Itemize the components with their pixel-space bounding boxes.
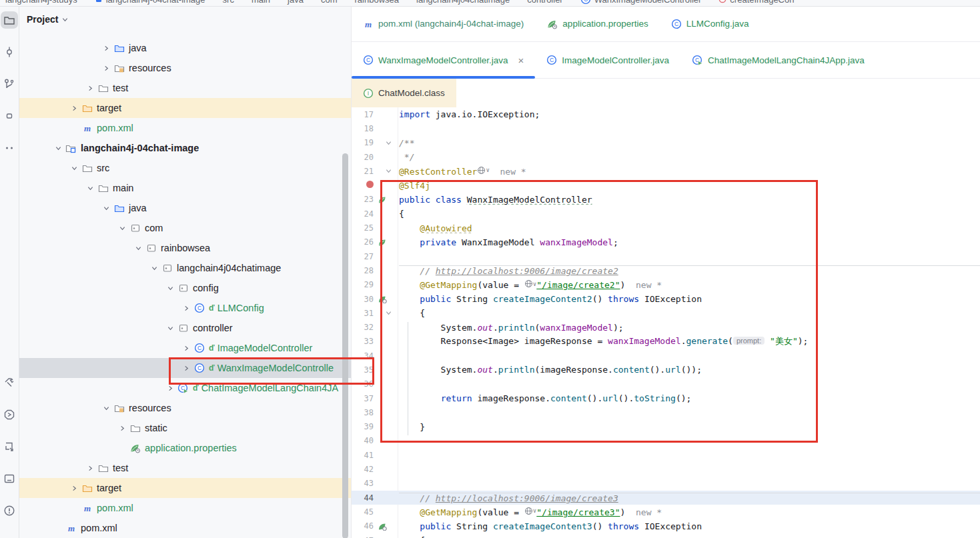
tree-item-llmconfig[interactable]: CďLLMConfig [19,298,351,318]
chevron-right-icon[interactable] [179,305,193,311]
tab-pom-xml-langchain4j-04chat-image-[interactable]: mpom.xml (langchain4j-04chat-image) [352,6,535,41]
breadcrumb-item[interactable]: controller [527,0,562,5]
chevron-down-icon[interactable] [115,225,129,231]
tree-item-rainbowsea[interactable]: rainbowsea [19,238,351,258]
tab-imagemodelcontroller-java[interactable]: CImageModelController.java [535,42,680,78]
terminal-icon[interactable] [1,470,18,487]
code-line-20[interactable]: 20 */ [352,150,980,164]
chevron-right-icon[interactable] [115,425,129,431]
gutter[interactable] [374,522,399,531]
line-number: 29 [352,280,374,289]
pull-requests-icon[interactable] [1,75,18,93]
tree-item-controller[interactable]: controller [19,318,351,338]
chevron-down-icon[interactable] [163,325,177,331]
chevron-right-icon[interactable] [67,105,81,111]
tree-item-label: rainbowsea [161,243,210,253]
gutter[interactable] [374,140,399,146]
tab-chatimagemodellangchain4japp-java[interactable]: CChatImageModelLangChain4JApp.java [680,42,876,78]
code-line-43[interactable]: 43 [352,477,980,491]
url-globe-icon[interactable]: ∨ [524,507,536,515]
tree-item-com[interactable]: com [19,218,351,238]
tree-item-target[interactable]: target [19,98,351,118]
chevron-down-icon[interactable] [51,145,65,151]
breadcrumb-item[interactable]: langchain4j-04chat-image [95,0,205,5]
chevron-right-icon[interactable] [67,485,81,491]
more-icon[interactable] [1,139,18,157]
breadcrumb-item[interactable]: main [252,0,270,5]
tree-item-pom-xml[interactable]: mpom.xml [19,118,351,138]
tab-application-properties[interactable]: application.properties [535,6,659,41]
chevron-right-icon[interactable] [99,45,113,51]
tree-item-java[interactable]: java [19,38,351,58]
chevron-down-icon[interactable] [67,165,81,171]
chevron-down-icon[interactable] [163,285,177,291]
svg-text:C: C [366,57,370,63]
url-globe-icon[interactable]: ∨ [477,166,489,175]
tree-item-target[interactable]: target [19,478,351,498]
breadcrumb-item[interactable]: CWanxImageModelController [580,0,702,5]
breadcrumb-item[interactable]: com [321,0,338,5]
tree-item-pom-xml[interactable]: mpom.xml [19,498,351,518]
tree-item-config[interactable]: config [19,278,351,298]
build-icon[interactable] [1,374,18,391]
chevron-right-icon[interactable] [83,465,97,471]
code-line-45[interactable]: 45 @GetMapping(value = ∨"/image/create3"… [352,505,980,519]
tree-item-pom-xml[interactable]: mpom.xml [19,518,351,538]
code-line-19[interactable]: 19/** [352,136,980,150]
code-line-18[interactable]: 18 [352,121,980,135]
code-line-21[interactable]: 21@RestController∨ new * [352,164,980,178]
tab-llmconfig-java[interactable]: CLLMConfig.java [660,6,761,41]
breadcrumb-item[interactable]: langchain4j04chatimage [416,0,510,5]
gutter[interactable] [374,168,399,174]
tree-item-application-properties[interactable]: application.properties [19,438,351,458]
chevron-right-icon[interactable] [99,65,113,71]
tree-item-test[interactable]: test [19,458,351,478]
tree-item-main[interactable]: main [19,178,351,198]
project-panel-header[interactable]: Project [19,6,351,33]
commit-icon[interactable] [1,43,18,61]
breadcrumb-item[interactable]: java [288,0,304,5]
code-line-17[interactable]: 17import java.io.IOException; [352,107,980,121]
code-line-41[interactable]: 41 [352,448,980,462]
structure-icon[interactable] [1,107,18,125]
project-scrollbar[interactable] [342,153,348,538]
tab-wanximagemodelcontroller-java[interactable]: CWanxImageModelController.java× [352,42,535,78]
breakpoint-icon[interactable] [352,181,374,190]
breadcrumb-item[interactable]: src [223,0,234,5]
tree-item-resources[interactable]: resources [19,58,351,78]
breadcrumb-label: rainbowsea [355,0,400,5]
tree-item-imagemodelcontroller[interactable]: CďImageModelController [19,338,351,358]
chevron-right-icon[interactable] [163,385,177,391]
breadcrumb[interactable]: langchain4j-studyslangchain4j-04chat-ima… [0,0,980,7]
problems-icon[interactable] [1,502,18,519]
code-line-42[interactable]: 42 [352,462,980,476]
breadcrumb-item[interactable]: rainbowsea [355,0,400,5]
chevron-down-icon[interactable] [99,205,113,211]
project-icon[interactable] [1,11,18,29]
chevron-down-icon[interactable] [131,245,145,251]
chevron-right-icon[interactable] [179,345,193,351]
package-icon [178,323,189,333]
chevron-down-icon[interactable] [147,265,161,271]
close-icon[interactable]: × [518,55,524,66]
folder-icon [130,423,141,433]
chev-down-icon [135,245,141,251]
breadcrumb-item[interactable]: langchain4j-studys [5,0,77,5]
services-icon[interactable] [1,406,18,423]
chevron-down-icon[interactable] [83,185,97,191]
code-line-44[interactable]: 44 // http://localhost:9006/image/create… [352,491,980,505]
tab-chatmodel-class[interactable]: IChatModel.class [352,79,456,107]
tree-item-src[interactable]: src [19,158,351,178]
code-line-46[interactable]: 46 public String createImageContent3() t… [352,519,980,533]
tree-item-java[interactable]: java [19,198,351,218]
code-line-47[interactable]: 47 { [352,533,980,538]
tree-item-langchain4j04chatimage[interactable]: langchain4j04chatimage [19,258,351,278]
chevron-right-icon[interactable] [83,85,97,91]
tree-item-static[interactable]: static [19,418,351,438]
tree-item-langchain4j-04chat-image[interactable]: langchain4j-04chat-image [19,138,351,158]
tree-item-test[interactable]: test [19,78,351,98]
chevron-down-icon[interactable] [99,405,113,411]
tree-item-resources[interactable]: resources [19,398,351,418]
breadcrumb-item[interactable]: createImageCon [718,0,794,5]
run-icon[interactable] [1,438,18,455]
